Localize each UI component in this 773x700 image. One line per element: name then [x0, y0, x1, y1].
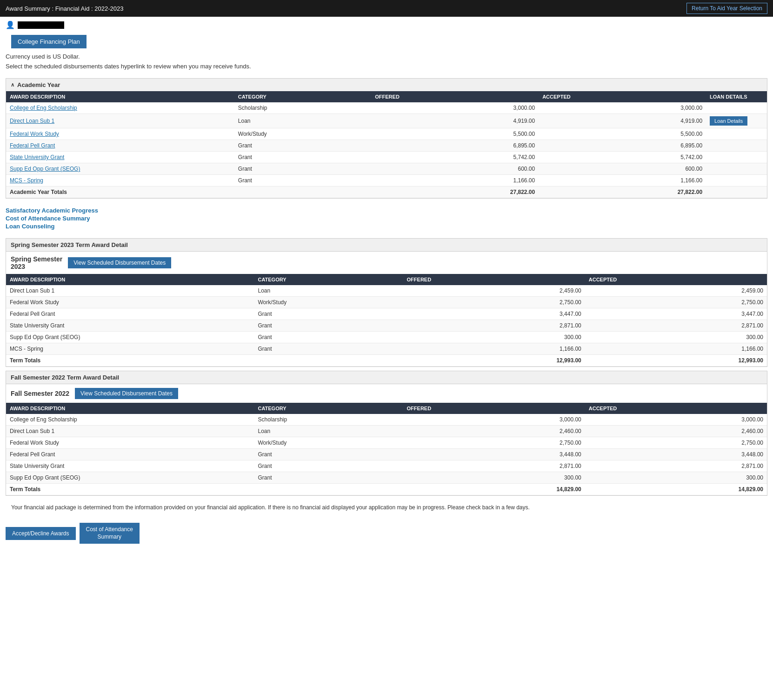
- totals-cat: [254, 484, 403, 495]
- totals-accepted: 12,993.00: [585, 355, 767, 367]
- header-title: Award Summary : Financial Aid : 2022-202…: [6, 5, 123, 12]
- accepted-cell: 300.00: [585, 472, 767, 484]
- totals-accepted: 14,829.00: [585, 484, 767, 495]
- spring-term-subheader: Spring Semester 2023 View Scheduled Disb…: [6, 252, 767, 274]
- award-desc-cell: Federal Work Study: [6, 128, 234, 140]
- fall-term-table: AWARD DESCRIPTION CATEGORY OFFERED ACCEP…: [6, 403, 767, 495]
- spring-term-title-line1: Spring Semester: [11, 255, 62, 263]
- fall-totals-row: Term Totals 14,829.00 14,829.00: [6, 484, 767, 495]
- spring-view-dates-button[interactable]: View Scheduled Disbursement Dates: [68, 257, 171, 268]
- table-row: College of Eng Scholarship Scholarship 3…: [6, 102, 767, 114]
- award-desc-link[interactable]: Supp Ed Opp Grant (SEOG): [10, 166, 80, 172]
- loan-counseling-link[interactable]: Loan Counseling: [6, 223, 767, 230]
- accepted-cell: 2,460.00: [585, 426, 767, 437]
- offered-cell: 4,919.00: [371, 114, 539, 128]
- table-row: State University Grant Grant 2,871.00 2,…: [6, 320, 767, 332]
- table-row: Federal Pell Grant Grant 6,895.00 6,895.…: [6, 140, 767, 152]
- totals-label: Term Totals: [6, 355, 254, 367]
- table-row: Supp Ed Opp Grant (SEOG) Grant 600.00 60…: [6, 163, 767, 175]
- category-cell: Grant: [254, 320, 403, 332]
- spring-term-table: AWARD DESCRIPTION CATEGORY OFFERED ACCEP…: [6, 274, 767, 367]
- user-row: 👤: [0, 17, 773, 31]
- satisfactory-academic-progress-link[interactable]: Satisfactory Academic Progress: [6, 207, 767, 214]
- table-row: Supp Ed Opp Grant (SEOG) Grant 300.00 30…: [6, 332, 767, 343]
- offered-cell: 5,742.00: [371, 152, 539, 163]
- totals-cat: [234, 187, 371, 198]
- spring-term-title: Spring Semester 2023: [11, 255, 62, 270]
- totals-accepted: 27,822.00: [539, 187, 706, 198]
- award-desc-link[interactable]: MCS - Spring: [10, 177, 43, 184]
- table-row: Federal Pell Grant Grant 3,447.00 3,447.…: [6, 308, 767, 320]
- user-icon: 👤: [6, 20, 15, 29]
- accepted-cell: 4,919.00: [539, 114, 706, 128]
- award-desc-cell: Federal Pell Grant: [6, 449, 254, 460]
- cost-of-attendance-summary-button[interactable]: Cost of Attendance Summary: [80, 523, 140, 544]
- loan-details-cell: Loan Details: [706, 114, 767, 128]
- fall-col-accepted: ACCEPTED: [585, 403, 767, 414]
- loan-details-button[interactable]: Loan Details: [710, 116, 747, 126]
- spring-term-title-line2: 2023: [11, 263, 25, 270]
- category-cell: Grant: [234, 175, 371, 187]
- category-cell: Grant: [254, 449, 403, 460]
- offered-cell: 300.00: [403, 332, 585, 343]
- category-cell: Work/Study: [254, 297, 403, 308]
- offered-cell: 3,000.00: [403, 414, 585, 426]
- award-desc-cell: Federal Pell Grant: [6, 308, 254, 320]
- academic-year-table: AWARD DESCRIPTION CATEGORY OFFERED ACCEP…: [6, 91, 767, 198]
- spring-col-accepted: ACCEPTED: [585, 274, 767, 285]
- table-row: Federal Work Study Work/Study 5,500.00 5…: [6, 128, 767, 140]
- table-row: State University Grant Grant 5,742.00 5,…: [6, 152, 767, 163]
- table-row: Federal Pell Grant Grant 3,448.00 3,448.…: [6, 449, 767, 460]
- offered-cell: 3,000.00: [371, 102, 539, 114]
- award-desc-cell: MCS - Spring: [6, 343, 254, 355]
- loan-details-cell: [706, 102, 767, 114]
- award-desc-cell: Supp Ed Opp Grant (SEOG): [6, 332, 254, 343]
- accept-decline-button[interactable]: Accept/Decline Awards: [6, 527, 76, 540]
- category-cell: Scholarship: [234, 102, 371, 114]
- offered-cell: 2,871.00: [403, 320, 585, 332]
- award-desc-link[interactable]: Direct Loan Sub 1: [10, 118, 54, 124]
- offered-cell: 1,166.00: [371, 175, 539, 187]
- totals-offered: 14,829.00: [403, 484, 585, 495]
- award-desc-cell: State University Grant: [6, 320, 254, 332]
- spring-semester-section: Spring Semester 2023 Term Award Detail S…: [6, 238, 767, 367]
- accepted-cell: 5,500.00: [539, 128, 706, 140]
- table-row: MCS - Spring Grant 1,166.00 1,166.00: [6, 175, 767, 187]
- academic-year-header: ∧ Academic Year: [6, 79, 767, 91]
- category-cell: Grant: [254, 472, 403, 484]
- accepted-cell: 1,166.00: [585, 343, 767, 355]
- award-desc-cell: Direct Loan Sub 1: [6, 114, 234, 128]
- return-to-aid-year-button[interactable]: Return To Aid Year Selection: [686, 3, 767, 14]
- totals-loan: [706, 187, 767, 198]
- fall-view-dates-button[interactable]: View Scheduled Disbursement Dates: [75, 388, 178, 399]
- bottom-notice: Your financial aid package is determined…: [6, 500, 767, 515]
- table-row: College of Eng Scholarship Scholarship 3…: [6, 414, 767, 426]
- award-desc-link[interactable]: Federal Work Study: [10, 131, 59, 137]
- award-desc-link[interactable]: Federal Pell Grant: [10, 142, 55, 149]
- award-desc-cell: Federal Work Study: [6, 297, 254, 308]
- academic-year-label: Academic Year: [17, 81, 60, 88]
- award-desc-cell: Federal Pell Grant: [6, 140, 234, 152]
- accepted-cell: 3,000.00: [585, 414, 767, 426]
- award-desc-link[interactable]: State University Grant: [10, 154, 64, 160]
- fall-col-award-desc: AWARD DESCRIPTION: [6, 403, 254, 414]
- currency-note: Currency used is US Dollar.: [0, 52, 773, 61]
- links-section: Satisfactory Academic Progress Cost of A…: [0, 202, 773, 234]
- col-header-offered: OFFERED: [371, 91, 539, 102]
- fall-col-category: CATEGORY: [254, 403, 403, 414]
- top-header: Award Summary : Financial Aid : 2022-202…: [0, 0, 773, 17]
- accepted-cell: 3,000.00: [539, 102, 706, 114]
- totals-offered: 27,822.00: [371, 187, 539, 198]
- award-desc-cell: Supp Ed Opp Grant (SEOG): [6, 472, 254, 484]
- cost-of-attendance-link[interactable]: Cost of Attendance Summary: [6, 215, 767, 222]
- college-financing-plan-button[interactable]: College Financing Plan: [11, 35, 87, 48]
- accepted-cell: 2,750.00: [585, 297, 767, 308]
- spring-col-offered: OFFERED: [403, 274, 585, 285]
- accepted-cell: 6,895.00: [539, 140, 706, 152]
- award-desc-cell: College of Eng Scholarship: [6, 414, 254, 426]
- spring-term-header: Spring Semester 2023 Term Award Detail: [6, 239, 767, 252]
- totals-cat: [254, 355, 403, 367]
- offered-cell: 300.00: [403, 472, 585, 484]
- award-desc-link[interactable]: College of Eng Scholarship: [10, 105, 77, 111]
- col-header-accepted: ACCEPTED: [539, 91, 706, 102]
